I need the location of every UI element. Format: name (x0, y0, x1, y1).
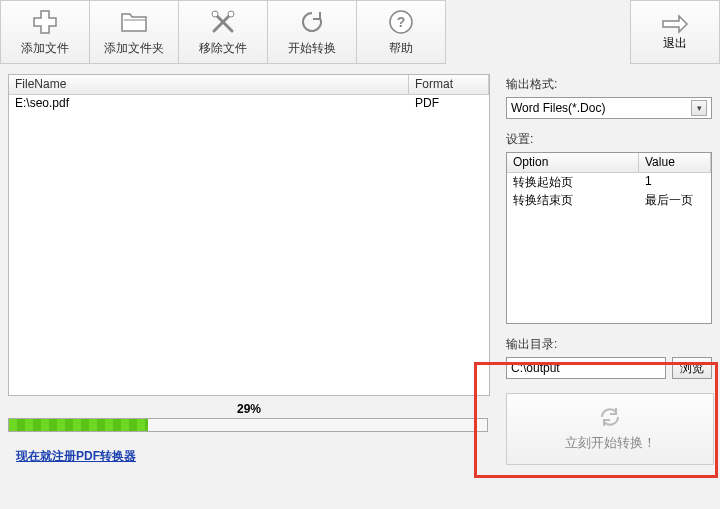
settings-table[interactable]: Option Value 转换起始页 1 转换结束页 最后一页 (506, 152, 712, 324)
cell-format: PDF (409, 95, 489, 113)
start-convert-label: 开始转换 (288, 40, 336, 57)
svg-point-0 (212, 11, 218, 17)
exit-button[interactable]: 退出 (630, 0, 720, 64)
cell-option: 转换起始页 (507, 173, 639, 191)
remove-file-button[interactable]: 移除文件 (178, 0, 268, 64)
svg-point-1 (228, 11, 234, 17)
help-button[interactable]: ? 帮助 (356, 0, 446, 64)
add-file-label: 添加文件 (21, 40, 69, 57)
settings-label: 设置: (506, 131, 712, 148)
toolbar-spacer (445, 0, 630, 64)
output-format-value: Word Files(*.Doc) (511, 101, 605, 115)
help-label: 帮助 (389, 40, 413, 57)
file-table-header: FileName Format (9, 75, 489, 95)
table-row[interactable]: E:\seo.pdf PDF (9, 95, 489, 113)
exit-label: 退出 (663, 35, 687, 52)
output-dir-label: 输出目录: (506, 336, 712, 353)
plus-icon (31, 8, 59, 36)
add-file-button[interactable]: 添加文件 (0, 0, 90, 64)
cross-tools-icon (209, 8, 237, 36)
settings-header: Option Value (507, 153, 711, 173)
output-format-label: 输出格式: (506, 76, 712, 93)
browse-button[interactable]: 浏览 (672, 357, 712, 379)
exit-arrow-icon (661, 13, 689, 35)
progress-percent-label: 29% (8, 402, 490, 416)
convert-now-button[interactable]: 立刻开始转换！ (506, 393, 714, 465)
remove-file-label: 移除文件 (199, 40, 247, 57)
start-convert-button[interactable]: 开始转换 (267, 0, 357, 64)
convert-now-label: 立刻开始转换！ (565, 434, 656, 452)
help-icon: ? (387, 8, 415, 36)
progress-bar (8, 418, 488, 432)
cell-value: 最后一页 (639, 191, 711, 209)
cell-option: 转换结束页 (507, 191, 639, 209)
file-table[interactable]: FileName Format E:\seo.pdf PDF (8, 74, 490, 396)
folder-icon (120, 8, 148, 36)
table-row[interactable]: 转换起始页 1 (507, 173, 711, 191)
chevron-down-icon: ▾ (691, 100, 707, 116)
output-dir-input[interactable] (506, 357, 666, 379)
toolbar: 添加文件 添加文件夹 移除文件 开始转换 ? 帮助 退出 (0, 0, 720, 64)
register-link[interactable]: 现在就注册PDF转换器 (16, 448, 136, 465)
cell-value: 1 (639, 173, 711, 191)
col-format[interactable]: Format (409, 75, 489, 94)
col-filename[interactable]: FileName (9, 75, 409, 94)
cell-filename: E:\seo.pdf (9, 95, 409, 113)
add-folder-label: 添加文件夹 (104, 40, 164, 57)
refresh-icon (298, 8, 326, 36)
col-option[interactable]: Option (507, 153, 639, 172)
add-folder-button[interactable]: 添加文件夹 (89, 0, 179, 64)
progress-fill (9, 419, 148, 431)
table-row[interactable]: 转换结束页 最后一页 (507, 191, 711, 209)
output-format-select[interactable]: Word Files(*.Doc) ▾ (506, 97, 712, 119)
refresh-icon (597, 406, 623, 428)
col-value[interactable]: Value (639, 153, 711, 172)
svg-text:?: ? (397, 14, 406, 30)
